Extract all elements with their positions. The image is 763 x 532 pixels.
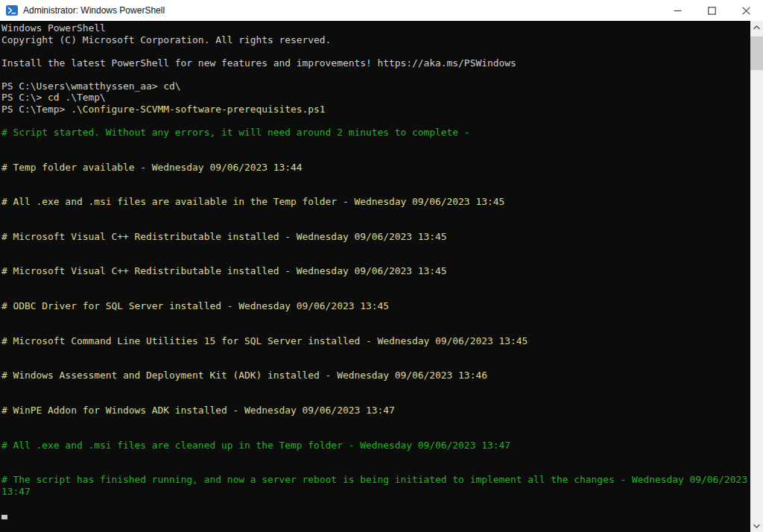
terminal-line [1, 323, 750, 335]
terminal-cursor [1, 515, 7, 519]
close-icon [742, 7, 750, 15]
terminal-line: PS C:\> cd .\Temp\ [1, 92, 750, 104]
close-button[interactable] [729, 0, 763, 21]
terminal-line: 13:47 [1, 486, 750, 498]
terminal-line [1, 219, 750, 231]
terminal-line [1, 463, 750, 475]
terminal-line: # Script started. Without any errors, it… [1, 127, 750, 139]
terminal-line [1, 150, 750, 162]
terminal-line: # Microsoft Visual C++ Redistributable i… [1, 231, 750, 243]
terminal-line: # WinPE Addon for Windows ADK installed … [1, 405, 750, 417]
scroll-up-button[interactable] [750, 21, 763, 34]
terminal-line: PS C:\Users\wmatthyssen_aa> cd\ [1, 80, 750, 92]
terminal-line: # Microsoft Command Line Utilities 15 fo… [1, 335, 750, 347]
window-controls [660, 0, 763, 21]
terminal-line [1, 289, 750, 301]
terminal-line [1, 346, 750, 358]
vertical-scrollbar[interactable] [750, 21, 763, 532]
scrollbar-thumb[interactable] [750, 37, 763, 70]
terminal-output[interactable]: Windows PowerShellCopyright (C) Microsof… [0, 21, 750, 532]
minimize-button[interactable] [660, 0, 694, 21]
maximize-button[interactable] [694, 0, 729, 21]
terminal-line [1, 69, 750, 80]
terminal-line: # Temp folder available - Wednesday 09/0… [1, 162, 750, 174]
terminal-line [1, 138, 750, 150]
terminal-line: # Microsoft Visual C++ Redistributable i… [1, 265, 750, 277]
terminal-line [1, 173, 750, 185]
title-bar: Administrator: Windows PowerShell [0, 0, 763, 21]
scroll-down-button[interactable] [750, 519, 763, 532]
terminal-line [1, 115, 750, 127]
terminal-line [1, 417, 750, 428]
maximize-icon [708, 7, 716, 15]
terminal-line [1, 277, 750, 289]
terminal-line: PS C:\Temp> .\Configure-SCVMM-software-p… [1, 104, 750, 115]
terminal-line [1, 451, 750, 463]
terminal-line [1, 358, 750, 370]
terminal-line: Install the latest PowerShell for new fe… [1, 57, 750, 69]
terminal-line [1, 254, 750, 266]
terminal-line [1, 45, 750, 57]
window-title: Administrator: Windows PowerShell [23, 5, 165, 16]
terminal-line [1, 509, 750, 521]
chevron-down-icon [753, 524, 760, 528]
terminal-line [1, 381, 750, 393]
terminal-line [1, 242, 750, 254]
terminal-line: Windows PowerShell [1, 22, 750, 34]
console-area: Windows PowerShellCopyright (C) Microsof… [0, 21, 763, 532]
terminal-line [1, 428, 750, 440]
terminal-line: # All .exe and .msi files are available … [1, 196, 750, 208]
terminal-line: # All .exe and .msi files are cleaned up… [1, 440, 750, 452]
terminal-line: # ODBC Driver for SQL Server installed -… [1, 300, 750, 312]
terminal-line [1, 497, 750, 509]
terminal-line [1, 208, 750, 220]
powershell-window: Administrator: Windows PowerShell Wi [0, 0, 763, 532]
terminal-line: # The script has finished running, and n… [1, 474, 750, 486]
terminal-line: Copyright (C) Microsoft Corporation. All… [1, 34, 750, 46]
terminal-line [1, 312, 750, 324]
chevron-up-icon [753, 25, 760, 30]
terminal-line: # Windows Assessment and Deployment Kit … [1, 370, 750, 381]
terminal-line [1, 393, 750, 405]
minimize-icon [674, 7, 682, 15]
powershell-icon [6, 4, 18, 16]
terminal-line [1, 185, 750, 197]
